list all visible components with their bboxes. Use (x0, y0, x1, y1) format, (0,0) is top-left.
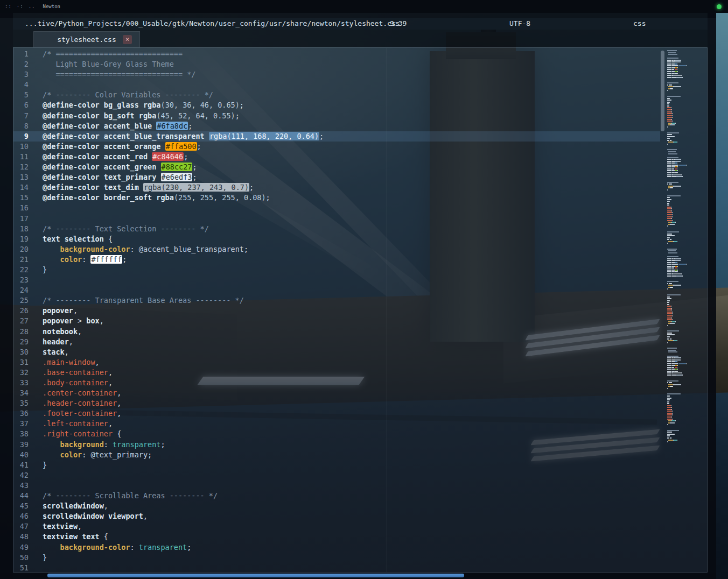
code-text: @define-color border_soft rgba(255, 255,… (29, 193, 270, 203)
code-line[interactable]: 26popover, (13, 306, 660, 316)
code-line[interactable]: 13@define-color text_primary #e6edf3; (13, 172, 660, 182)
workspace-indicator-1[interactable]: :: (5, 4, 12, 9)
minimap-line (667, 249, 702, 250)
code-line[interactable]: 31.main-window, (13, 357, 660, 368)
minimap-line (667, 123, 702, 124)
line-number: 41 (13, 460, 29, 470)
minimap-line (667, 220, 702, 221)
code-text: Light Blue-Grey Glass Theme (29, 59, 174, 69)
code-line[interactable]: 44/* -------- Scrollable Areas -------- … (13, 491, 660, 501)
code-line[interactable]: 22} (13, 265, 660, 275)
workspace-indicator-2[interactable]: ·: (17, 4, 24, 9)
line-number: 45 (13, 501, 29, 511)
window-status-icon[interactable] (717, 4, 722, 9)
code-line[interactable]: 12@define-color accent_green #88cc27; (13, 162, 660, 172)
minimap-line (667, 103, 702, 104)
code-line[interactable]: 19text selection { (13, 234, 660, 244)
code-editor[interactable]: 1/* =============================2 Light… (13, 48, 660, 572)
code-line[interactable]: 21 color: #ffffff; (13, 255, 660, 265)
code-text: .right-container { (29, 429, 121, 439)
code-line[interactable]: 32.base-container, (13, 368, 660, 378)
code-line[interactable]: 1/* ============================= (13, 49, 660, 59)
minimap[interactable] (667, 50, 702, 572)
minimap-line (667, 294, 702, 295)
minimap-line (667, 266, 702, 267)
vertical-scrollbar[interactable] (660, 48, 665, 572)
code-line[interactable]: 37.left-container, (13, 419, 660, 429)
code-line[interactable]: 15@define-color border_soft rgba(255, 25… (13, 193, 660, 203)
code-line[interactable]: 48textview text { (13, 532, 660, 542)
code-text: } (29, 265, 47, 275)
code-line[interactable]: 30stack, (13, 347, 660, 357)
code-line[interactable]: 2 Light Blue-Grey Glass Theme (13, 59, 660, 69)
code-line[interactable]: 16 (13, 203, 660, 213)
code-line[interactable]: 23 (13, 275, 660, 285)
minimap-line (667, 94, 702, 95)
code-text (29, 481, 43, 491)
code-line[interactable]: 27popover > box, (13, 316, 660, 326)
code-line[interactable]: 29header, (13, 337, 660, 347)
minimap-line (667, 273, 702, 274)
code-line[interactable]: 18/* -------- Text Selection -------- */ (13, 224, 660, 234)
code-line[interactable]: 47textview, (13, 521, 660, 532)
code-line[interactable]: 43 (13, 481, 660, 491)
minimap-line (667, 111, 702, 112)
tab-close-icon[interactable]: × (123, 35, 132, 44)
code-line[interactable]: 51 (13, 563, 660, 572)
code-line[interactable]: 42 (13, 470, 660, 481)
minimap-line (667, 182, 702, 183)
code-line[interactable]: 14@define-color text_dim rgba(230, 237, … (13, 182, 660, 193)
code-line[interactable]: 5/* -------- Color Variables -------- */ (13, 90, 660, 100)
code-line[interactable]: 28notebook, (13, 327, 660, 337)
horizontal-scrollbar[interactable] (0, 573, 716, 579)
minimap-line (667, 234, 702, 235)
code-text (29, 285, 43, 295)
code-line[interactable]: 35.header-container, (13, 398, 660, 408)
code-line[interactable]: 45scrolledwindow, (13, 501, 660, 511)
code-text: .header-container, (29, 398, 121, 408)
code-line[interactable]: 7@define-color bg_soft rgba(45, 52, 64, … (13, 111, 660, 121)
code-line[interactable]: 38.right-container { (13, 429, 660, 439)
code-line[interactable]: 6@define-color bg_glass rgba(30, 36, 46,… (13, 100, 660, 110)
code-line[interactable]: 36.footer-container, (13, 408, 660, 419)
code-line[interactable]: 49 background-color: transparent; (13, 542, 660, 553)
code-line[interactable]: 46scrolledwindow viewport, (13, 511, 660, 521)
code-line[interactable]: 50} (13, 553, 660, 563)
code-line[interactable]: 33.body-container, (13, 378, 660, 388)
line-number: 46 (13, 511, 29, 521)
code-line[interactable]: 4 (13, 80, 660, 90)
code-line[interactable]: 17 (13, 214, 660, 224)
code-line[interactable]: 39 background: transparent; (13, 440, 660, 450)
frame-edge (0, 13, 13, 579)
code-line[interactable]: 3 ============================= */ (13, 69, 660, 80)
code-line[interactable]: 20 background-color: @accent_blue_transp… (13, 244, 660, 255)
vertical-scrollbar-thumb[interactable] (661, 51, 664, 131)
code-line[interactable]: 9@define-color accent_blue_transparent r… (13, 131, 660, 142)
code-line[interactable]: 24 (13, 285, 660, 295)
minimap-line (667, 121, 702, 122)
code-text (29, 275, 43, 285)
workspace-indicator-3[interactable]: .. (29, 4, 36, 9)
minimap-line (667, 430, 702, 431)
code-line[interactable]: 40 color: @text_primary; (13, 450, 660, 460)
code-line[interactable]: 25/* -------- Transparent Base Areas ---… (13, 295, 660, 306)
code-line[interactable]: 10@define-color accent_orange #ffa500; (13, 142, 660, 152)
frame-edge (708, 13, 716, 579)
minimap-line (667, 90, 702, 91)
code-line[interactable]: 8@define-color accent_blue #6fa8dc; (13, 121, 660, 131)
line-number: 21 (13, 255, 29, 265)
minimap-line (667, 191, 702, 192)
line-number: 9 (13, 131, 29, 142)
minimap-line (667, 61, 702, 62)
line-number: 15 (13, 193, 29, 203)
tab-stylesheet-css[interactable]: stylesheet.css × (33, 31, 140, 47)
code-text: @define-color accent_blue_transparent rg… (29, 131, 324, 142)
minimap-line (667, 79, 702, 80)
code-line[interactable]: 34.center-container, (13, 388, 660, 398)
cursor-position: 9:39 (390, 18, 407, 30)
horizontal-scrollbar-thumb[interactable] (47, 574, 464, 577)
code-line[interactable]: 41} (13, 460, 660, 470)
code-line[interactable]: 11@define-color accent_red #c84646; (13, 152, 660, 162)
minimap-line (667, 153, 702, 154)
minimap-line (667, 250, 702, 251)
